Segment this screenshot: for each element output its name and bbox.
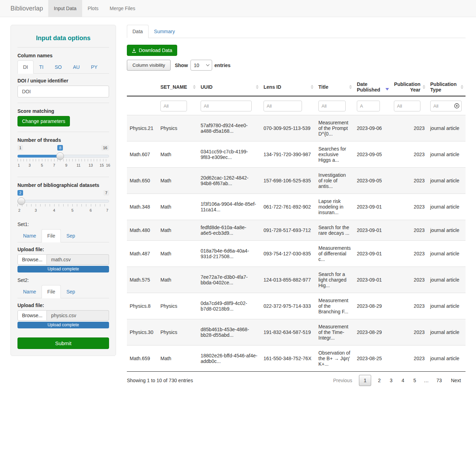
- filter-lens-id[interactable]: [264, 101, 302, 111]
- pagination-page-2[interactable]: 2: [373, 375, 385, 386]
- navbar-tab-plots[interactable]: Plots: [82, 0, 104, 17]
- pagination-page-3[interactable]: 3: [385, 375, 397, 386]
- slider-tick-label: 3: [35, 208, 37, 212]
- column-header-lens-id[interactable]: Lens ID: [261, 78, 316, 96]
- divider: [17, 47, 109, 48]
- slider-track[interactable]: [17, 200, 109, 203]
- main-tabs: Data Summary: [127, 25, 466, 38]
- doi-field-label: DOI / unique identifier: [17, 78, 109, 83]
- column-header-publication-type[interactable]: Publication Type: [427, 78, 466, 96]
- column-header-uuid[interactable]: UUID: [198, 78, 261, 96]
- navbar-tabs: Input Data Plots Merge Files: [48, 0, 141, 17]
- show-entries-suffix: entries: [215, 63, 231, 68]
- set2-upload-progress: Upload complete: [17, 322, 109, 328]
- filter-cell-empty: [127, 96, 158, 115]
- slider-tick-label: 15: [100, 163, 104, 167]
- slider-tick-label: 7: [53, 163, 55, 167]
- slider-ticks: [17, 159, 109, 161]
- table-row: Math.348Math 1f3f106a-9904-4fde-85ef-11c…: [127, 194, 466, 220]
- set1-tab-name[interactable]: Name: [17, 229, 42, 242]
- threads-slider-label: Number of threads: [17, 137, 109, 143]
- column-header-title[interactable]: Title: [316, 78, 354, 96]
- datasets-slider-handle[interactable]: [17, 197, 25, 205]
- column-header-rowname: [127, 78, 158, 96]
- tab-data[interactable]: Data: [127, 25, 149, 38]
- datasets-slider[interactable]: 2 7 2 3 4 5 6 7: [17, 190, 109, 217]
- tab-au[interactable]: AU: [67, 60, 85, 74]
- set2-tab-file[interactable]: File: [42, 285, 61, 298]
- main-panel: Data Summary Download Data Column visibi…: [127, 25, 466, 386]
- tab-di[interactable]: DI: [17, 60, 34, 74]
- sort-descending-icon: [385, 88, 389, 90]
- set2-tab-name[interactable]: Name: [17, 285, 42, 298]
- page-length-select[interactable]: 10: [190, 60, 212, 71]
- column-names-label: Column names: [17, 53, 109, 58]
- filter-set-name[interactable]: [160, 101, 187, 111]
- change-parameters-button[interactable]: Change parameters: [17, 116, 70, 126]
- input-options-panel: Input data options Column names DI TI SO…: [10, 25, 116, 356]
- threads-value-badge: 8: [57, 145, 63, 151]
- column-header-set-name[interactable]: SET_NAME: [158, 78, 198, 96]
- submit-button[interactable]: Submit: [17, 337, 109, 349]
- slider-tick-label: 9: [65, 163, 67, 167]
- threads-min-badge: 1: [17, 145, 23, 151]
- column-visibility-button[interactable]: Column visibility: [127, 60, 171, 71]
- pagination-previous[interactable]: Previous: [329, 375, 356, 386]
- pagination-page-73[interactable]: 73: [432, 375, 447, 386]
- column-header-publication-year[interactable]: Publication Year: [391, 78, 427, 96]
- set1-upload-label: Upload file:: [17, 247, 109, 252]
- slider-fill: [17, 155, 60, 158]
- tab-py[interactable]: PY: [85, 60, 103, 74]
- slider-tick-label: 3: [29, 163, 31, 167]
- results-table: SET_NAME UUID Lens ID Title Date Publish…: [127, 78, 466, 372]
- slider-tick-label: 2: [18, 208, 20, 212]
- clear-filter-icon[interactable]: [454, 103, 460, 109]
- navbar-tab-input-data[interactable]: Input Data: [48, 0, 82, 17]
- show-entries-prefix: Show: [175, 63, 188, 68]
- set1-tabs: Name File Sep: [17, 229, 109, 242]
- pagination-ellipsis: …: [421, 375, 432, 386]
- table-row: Math.480Math fedfd8de-610a-4a8e-a6e5-ecb…: [127, 220, 466, 241]
- tab-so[interactable]: SO: [49, 60, 67, 74]
- set2-section: Set2: Name File Sep Upload file: Browse.…: [17, 277, 109, 328]
- set2-browse-button[interactable]: Browse...: [17, 310, 47, 321]
- slider-tick-label: 1: [18, 163, 20, 167]
- divider: [17, 177, 109, 177]
- column-header-date-published[interactable]: Date Published: [354, 78, 391, 96]
- pagination-page-5[interactable]: 5: [409, 375, 421, 386]
- set2-tab-sep[interactable]: Sep: [61, 285, 81, 298]
- score-matching-label: Score matching: [17, 108, 109, 114]
- pagination-page-1[interactable]: 1: [359, 375, 372, 386]
- filter-uuid[interactable]: [201, 101, 252, 111]
- filter-title[interactable]: [318, 101, 346, 111]
- doi-input[interactable]: [17, 86, 109, 97]
- slider-tick-label: 4: [53, 208, 55, 212]
- pagination-next[interactable]: Next: [446, 375, 466, 386]
- top-navbar: Biblioverlap Input Data Plots Merge File…: [0, 0, 476, 17]
- pagination-page-4[interactable]: 4: [397, 375, 409, 386]
- set2-upload-label: Upload file:: [17, 303, 109, 308]
- slider-tick-label: 7: [106, 208, 108, 212]
- filter-publication-year[interactable]: [394, 101, 420, 111]
- set1-browse-button[interactable]: Browse...: [17, 254, 47, 265]
- app-brand: Biblioverlap: [5, 0, 48, 17]
- set1-tab-sep[interactable]: Sep: [61, 229, 81, 242]
- set1-tab-file[interactable]: File: [42, 229, 61, 242]
- threads-max-badge: 16: [101, 145, 109, 151]
- filter-date-published[interactable]: [357, 101, 380, 111]
- table-row: Math.575Math 7ee72a7e-d3b0-4fa7-bbda-040…: [127, 267, 466, 293]
- table-row: Physics.21Physics 57af9780-d924-4ee0-a48…: [127, 115, 466, 141]
- tab-summary[interactable]: Summary: [149, 25, 181, 38]
- slider-tick-label: 16: [106, 163, 110, 167]
- table-info: Showing 1 to 10 of 730 entries: [127, 378, 193, 383]
- datasets-slider-label: Number of bibliographical datasets: [17, 182, 109, 188]
- set1-upload-progress: Upload complete: [17, 266, 109, 272]
- threads-slider[interactable]: 1 16 8 1 3 5 7 9 11 13 15 16: [17, 145, 109, 172]
- download-data-button[interactable]: Download Data: [127, 45, 177, 56]
- download-button-label: Download Data: [139, 48, 172, 53]
- slider-ticks: [17, 204, 109, 206]
- navbar-tab-merge-files[interactable]: Merge Files: [104, 0, 141, 17]
- sort-icon: [256, 85, 259, 89]
- sort-icon: [461, 85, 463, 89]
- tab-ti[interactable]: TI: [34, 60, 49, 74]
